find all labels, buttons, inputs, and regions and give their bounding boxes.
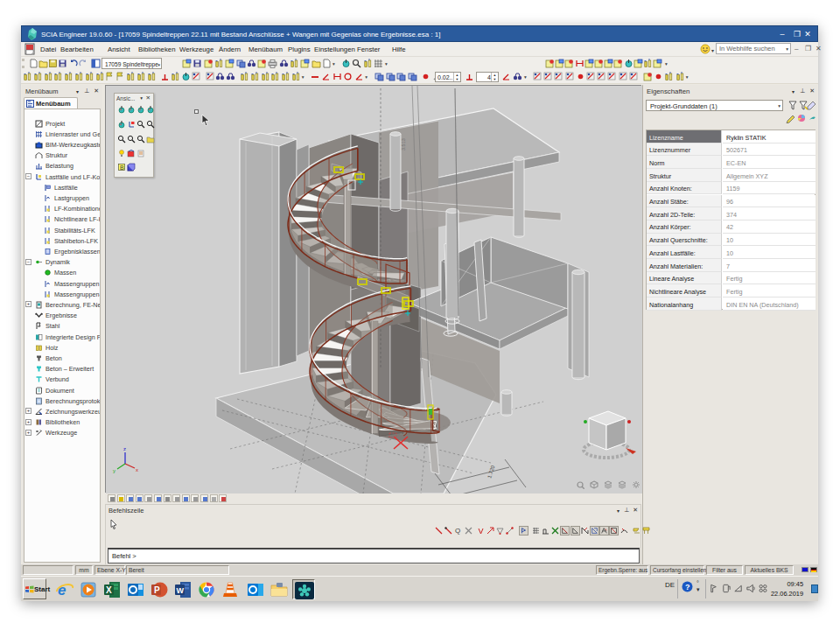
svg-text:X: X [106, 585, 112, 595]
svg-text:Q: Q [455, 527, 460, 535]
svg-text:x: x [136, 467, 138, 472]
svg-text:P: P [154, 585, 160, 595]
svg-text:W: W [177, 586, 185, 595]
svg-text:y: y [113, 468, 116, 473]
svg-text:B: B [120, 164, 124, 171]
svg-text:z: z [123, 446, 126, 452]
svg-text:3.513: 3.513 [401, 138, 406, 150]
svg-text:?: ? [685, 583, 690, 592]
